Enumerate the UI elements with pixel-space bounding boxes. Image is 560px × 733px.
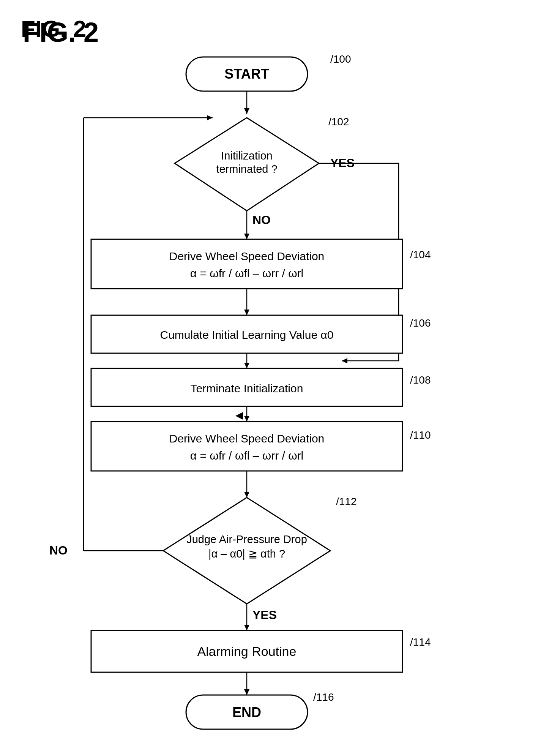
yes-label-112: YES xyxy=(252,608,277,622)
arrow-head-alarm xyxy=(244,689,249,695)
flowchart-svg: FIG. 2 START /100 Initilization terminat… xyxy=(0,0,560,733)
alarm-label: Alarming Routine xyxy=(197,644,297,659)
ref-112: /112 xyxy=(336,496,357,507)
arrow-head-1 xyxy=(244,108,249,114)
ref-114: /114 xyxy=(410,636,431,648)
arrow-head-t xyxy=(235,412,243,420)
start-label: START xyxy=(224,66,269,82)
derive1-line1: Derive Wheel Speed Deviation xyxy=(169,250,325,262)
arrow-head-d2 xyxy=(244,492,249,498)
arrow-head-d1 xyxy=(244,310,249,315)
terminate-label: Terminate Initialization xyxy=(191,382,303,395)
arrow-head-loop xyxy=(207,115,213,120)
page: FIG. 2 FIG. 2 START /100 Initilization t… xyxy=(0,0,560,733)
no-label-112: NO xyxy=(49,543,68,557)
arrow-head-y112 xyxy=(244,625,249,630)
arrow-head-no xyxy=(244,234,249,239)
init-check-line2: terminated ? xyxy=(216,163,277,175)
end-label: END xyxy=(232,705,261,720)
ref-116: /116 xyxy=(313,691,334,703)
ref-108: /108 xyxy=(410,374,431,386)
no-label-102: NO xyxy=(252,213,271,227)
ref-102: /102 xyxy=(328,116,349,128)
derive2-box xyxy=(91,422,402,471)
arrow-head-yes xyxy=(342,358,347,363)
derive2-line2: α = ωfr / ωfl – ωrr / ωrl xyxy=(190,449,304,462)
cumulate-label: Cumulate Initial Learning Value α0 xyxy=(160,329,333,341)
ref-110: /110 xyxy=(410,429,431,441)
arrow-head-c xyxy=(244,363,249,368)
derive2-line1: Derive Wheel Speed Deviation xyxy=(169,432,325,445)
ref-100: /100 xyxy=(330,53,351,65)
derive1-box xyxy=(91,239,402,289)
judge-line2: |α – α0| ≧ αth ? xyxy=(208,548,285,560)
ref-104: /104 xyxy=(410,249,431,261)
arrow-head-t2 xyxy=(244,416,249,422)
fig-label-svg: FIG. 2 xyxy=(23,17,99,47)
derive1-line2: α = ωfr / ωfl – ωrr / ωrl xyxy=(190,267,304,280)
judge-line1: Judge Air-Pressure Drop xyxy=(186,533,307,545)
ref-106: /106 xyxy=(410,317,431,329)
init-check-line1: Initilization xyxy=(221,150,272,162)
